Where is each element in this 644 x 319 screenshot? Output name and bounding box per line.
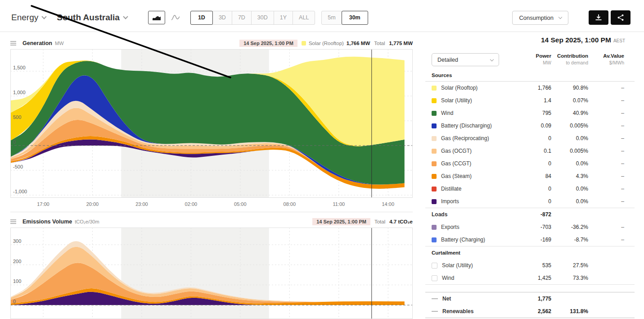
row-avvalue: –	[588, 148, 624, 154]
curtailment-header: Curtailment	[425, 246, 635, 259]
y-axis-label: 200	[13, 259, 21, 264]
color-swatch	[432, 161, 437, 166]
region-dropdown[interactable]: South Australia	[57, 13, 127, 23]
table-row[interactable]: Exports-703-36.2%–	[425, 221, 635, 233]
line-chart-icon	[171, 14, 180, 21]
row-power: 84	[522, 173, 551, 179]
table-row[interactable]: Gas (OCGT)0.10.005%–	[425, 145, 635, 157]
row-avvalue: –	[588, 123, 624, 129]
generation-section: Generation MW 14 Sep 2025, 1:00 PM Solar…	[10, 38, 413, 210]
x-axis-label: 17:00	[37, 201, 50, 207]
chart-menu-icon[interactable]	[10, 41, 16, 46]
row-label: Gas (OCGT)	[441, 148, 472, 154]
range-all-button[interactable]: ALL	[293, 11, 315, 25]
loads-header: Loads -872	[425, 208, 635, 221]
generation-chart-svg[interactable]: 1,5001,0005000-500-1,000	[10, 49, 413, 198]
summary-row[interactable]: Net1,775	[425, 292, 635, 305]
row-label: Gas (Reciprocating)	[441, 135, 489, 141]
range-selector: 1D 3D 7D 30D 1Y ALL	[190, 11, 315, 25]
table-row[interactable]: Gas (Steam)844.3%–	[425, 170, 635, 182]
line-swatch	[432, 311, 438, 312]
row-avvalue: –	[588, 198, 624, 205]
detail-level-dropdown[interactable]: Detailed	[432, 53, 499, 66]
emissions-title: Emissions Volume	[23, 219, 72, 225]
table-row[interactable]: Imports00.0%–	[425, 195, 635, 208]
table-row[interactable]: Solar (Utility)1.40.07%–	[425, 94, 635, 107]
range-1d-button[interactable]: 1D	[190, 11, 213, 25]
row-label: Wind	[442, 275, 454, 281]
panel-table-header: Detailed PowerMW Contributionto demand A…	[425, 53, 635, 69]
color-swatch	[432, 123, 437, 128]
chart-menu-icon[interactable]	[10, 219, 16, 224]
table-row[interactable]: Gas (Reciprocating)00.0%–	[425, 132, 635, 145]
range-3d-button[interactable]: 3D	[212, 11, 232, 25]
checkbox[interactable]	[432, 263, 437, 269]
generation-stats: 14 Sep 2025, 1:00 PM Solar (Rooftop) 1,7…	[239, 40, 413, 47]
checkbox[interactable]	[432, 275, 437, 281]
y-axis-label: 300	[13, 238, 21, 244]
hover-date-badge: 14 Sep 2025, 1:00 PM	[239, 40, 297, 47]
row-label: Solar (Rooftop)	[441, 85, 477, 91]
legend-item-solar-rooftop[interactable]: Solar (Rooftop) 1,766 MW	[302, 41, 370, 46]
row-contribution: 0.0%	[551, 160, 588, 167]
color-swatch	[432, 136, 437, 141]
range-1y-button[interactable]: 1Y	[274, 11, 293, 25]
generation-plot[interactable]: 1,5001,0005000-500-1,00017:0020:0023:000…	[10, 49, 413, 210]
loads-total: -872	[522, 211, 551, 218]
row-avvalue: –	[588, 224, 624, 230]
table-row[interactable]: Battery (Discharging)0.090.005%–	[425, 119, 635, 132]
table-row[interactable]: Wind79540.9%–	[425, 107, 635, 119]
interval-30m-button[interactable]: 30m	[342, 11, 368, 25]
emissions-chart-svg[interactable]: 3002001000	[10, 228, 413, 319]
y-axis-label: 1,000	[13, 90, 26, 95]
chevron-down-icon	[490, 57, 494, 61]
timezone-label: AEST	[613, 38, 625, 43]
range-7d-button[interactable]: 7D	[232, 11, 252, 25]
share-button[interactable]	[611, 10, 630, 25]
row-power: 0	[522, 186, 551, 192]
panel-date: 14 Sep 2025, 1:00 PMAEST	[425, 36, 635, 44]
row-power: 535	[522, 262, 551, 269]
row-power: 1,775	[522, 296, 551, 302]
power-column-header: PowerMW	[522, 53, 551, 65]
row-power: 1.4	[522, 97, 551, 104]
download-button[interactable]	[589, 10, 608, 25]
panel-date-text: 14 Sep 2025, 1:00 PM	[541, 36, 611, 44]
row-power: 0	[522, 135, 551, 141]
export-buttons	[589, 10, 630, 25]
row-label: Solar (Utility)	[441, 97, 472, 104]
total-value: 1,775 MW	[389, 41, 413, 46]
summary-row[interactable]: Renewables2,562131.8%	[425, 305, 635, 318]
consumption-dropdown[interactable]: Consumption	[512, 11, 568, 25]
energy-dropdown[interactable]: Energy	[11, 13, 46, 23]
chart-type-stacked-button[interactable]	[148, 11, 165, 24]
row-avvalue: –	[588, 110, 624, 116]
interval-5m-button[interactable]: 5m	[321, 11, 342, 25]
chart-type-line-button[interactable]	[167, 11, 184, 24]
emissions-stats: 14 Sep 2025, 1:00 PM Total 4.7 tCO₂e	[312, 218, 413, 225]
range-30d-button[interactable]: 30D	[251, 11, 274, 25]
row-contribution: 0.0%	[551, 135, 588, 141]
chart-type-group	[148, 11, 184, 24]
row-contribution: 4.3%	[551, 173, 588, 179]
table-row[interactable]: Battery (Charging)-169-8.7%–	[425, 233, 635, 246]
curtailment-row[interactable]: Wind1,42573.3%	[425, 272, 635, 284]
row-avvalue: –	[588, 97, 624, 104]
side-panel: 14 Sep 2025, 1:00 PMAEST Detailed PowerM…	[425, 36, 635, 318]
interval-selector: 5m 30m	[321, 11, 368, 25]
curtailment-row[interactable]: Solar (Utility)53527.5%	[425, 259, 635, 272]
hover-date-badge: 14 Sep 2025, 1:00 PM	[312, 218, 370, 225]
generation-header: Generation MW 14 Sep 2025, 1:00 PM Solar…	[10, 38, 413, 48]
color-swatch	[432, 111, 437, 116]
table-row[interactable]: Gas (CCGT)00.0%–	[425, 157, 635, 170]
row-power: 0.09	[522, 123, 551, 129]
chart-separator	[10, 212, 413, 212]
row-avvalue: –	[588, 237, 624, 243]
y-axis-label: 500	[13, 114, 21, 120]
x-axis-label: 02:00	[185, 201, 198, 207]
emissions-plot[interactable]: 3002001000	[10, 228, 413, 319]
table-row[interactable]: Solar (Rooftop)1,76690.8%–	[425, 82, 635, 94]
y-axis-label: 0	[13, 139, 16, 145]
table-row[interactable]: Distillate00.0%–	[425, 182, 635, 195]
stacked-area-icon	[152, 14, 161, 21]
